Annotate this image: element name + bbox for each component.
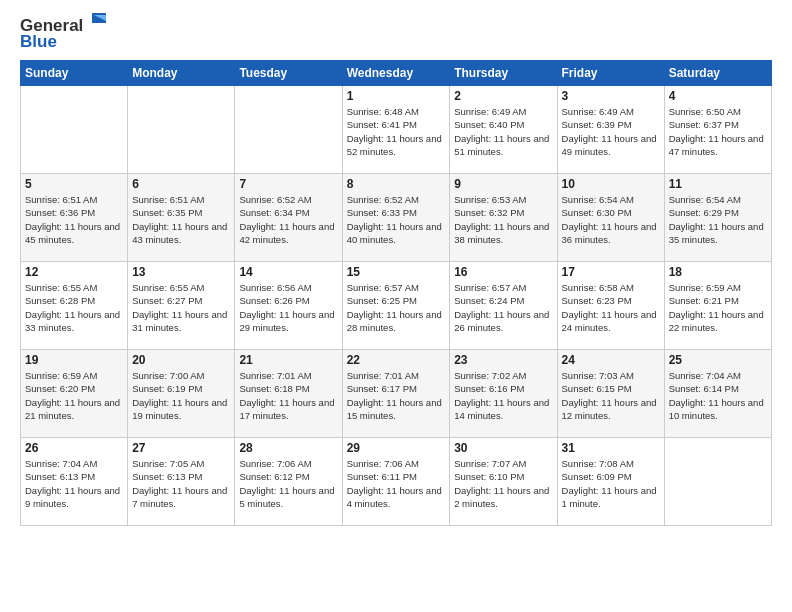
day-number: 2	[454, 89, 552, 103]
calendar-day-cell: 3Sunrise: 6:49 AM Sunset: 6:39 PM Daylig…	[557, 86, 664, 174]
calendar-week-row: 1Sunrise: 6:48 AM Sunset: 6:41 PM Daylig…	[21, 86, 772, 174]
day-info: Sunrise: 7:04 AM Sunset: 6:14 PM Dayligh…	[669, 369, 767, 422]
day-info: Sunrise: 7:01 AM Sunset: 6:17 PM Dayligh…	[347, 369, 446, 422]
day-number: 10	[562, 177, 660, 191]
weekday-header: Saturday	[664, 61, 771, 86]
header: General Blue	[20, 16, 772, 52]
calendar-day-cell: 30Sunrise: 7:07 AM Sunset: 6:10 PM Dayli…	[450, 438, 557, 526]
calendar-day-cell: 20Sunrise: 7:00 AM Sunset: 6:19 PM Dayli…	[128, 350, 235, 438]
day-info: Sunrise: 6:53 AM Sunset: 6:32 PM Dayligh…	[454, 193, 552, 246]
calendar-week-row: 5Sunrise: 6:51 AM Sunset: 6:36 PM Daylig…	[21, 174, 772, 262]
day-info: Sunrise: 6:48 AM Sunset: 6:41 PM Dayligh…	[347, 105, 446, 158]
day-number: 11	[669, 177, 767, 191]
calendar-day-cell	[235, 86, 342, 174]
day-info: Sunrise: 6:56 AM Sunset: 6:26 PM Dayligh…	[239, 281, 337, 334]
day-number: 14	[239, 265, 337, 279]
day-info: Sunrise: 7:01 AM Sunset: 6:18 PM Dayligh…	[239, 369, 337, 422]
calendar-day-cell: 27Sunrise: 7:05 AM Sunset: 6:13 PM Dayli…	[128, 438, 235, 526]
day-info: Sunrise: 7:00 AM Sunset: 6:19 PM Dayligh…	[132, 369, 230, 422]
day-info: Sunrise: 6:54 AM Sunset: 6:30 PM Dayligh…	[562, 193, 660, 246]
day-number: 18	[669, 265, 767, 279]
day-info: Sunrise: 6:50 AM Sunset: 6:37 PM Dayligh…	[669, 105, 767, 158]
logo: General Blue	[20, 16, 106, 52]
day-number: 26	[25, 441, 123, 455]
calendar-day-cell: 7Sunrise: 6:52 AM Sunset: 6:34 PM Daylig…	[235, 174, 342, 262]
day-number: 23	[454, 353, 552, 367]
day-number: 4	[669, 89, 767, 103]
calendar-day-cell: 21Sunrise: 7:01 AM Sunset: 6:18 PM Dayli…	[235, 350, 342, 438]
day-number: 1	[347, 89, 446, 103]
day-number: 30	[454, 441, 552, 455]
calendar-week-row: 19Sunrise: 6:59 AM Sunset: 6:20 PM Dayli…	[21, 350, 772, 438]
day-number: 22	[347, 353, 446, 367]
day-info: Sunrise: 6:51 AM Sunset: 6:36 PM Dayligh…	[25, 193, 123, 246]
day-info: Sunrise: 6:55 AM Sunset: 6:28 PM Dayligh…	[25, 281, 123, 334]
day-info: Sunrise: 7:04 AM Sunset: 6:13 PM Dayligh…	[25, 457, 123, 510]
day-info: Sunrise: 6:55 AM Sunset: 6:27 PM Dayligh…	[132, 281, 230, 334]
weekday-header: Sunday	[21, 61, 128, 86]
calendar-day-cell: 5Sunrise: 6:51 AM Sunset: 6:36 PM Daylig…	[21, 174, 128, 262]
day-number: 13	[132, 265, 230, 279]
calendar-day-cell: 12Sunrise: 6:55 AM Sunset: 6:28 PM Dayli…	[21, 262, 128, 350]
calendar-day-cell: 29Sunrise: 7:06 AM Sunset: 6:11 PM Dayli…	[342, 438, 450, 526]
day-number: 3	[562, 89, 660, 103]
calendar-day-cell: 31Sunrise: 7:08 AM Sunset: 6:09 PM Dayli…	[557, 438, 664, 526]
day-number: 9	[454, 177, 552, 191]
logo-container: General Blue	[20, 16, 106, 52]
calendar-day-cell	[128, 86, 235, 174]
calendar-day-cell: 19Sunrise: 6:59 AM Sunset: 6:20 PM Dayli…	[21, 350, 128, 438]
day-number: 17	[562, 265, 660, 279]
day-info: Sunrise: 6:59 AM Sunset: 6:21 PM Dayligh…	[669, 281, 767, 334]
day-number: 6	[132, 177, 230, 191]
day-info: Sunrise: 6:58 AM Sunset: 6:23 PM Dayligh…	[562, 281, 660, 334]
calendar: SundayMondayTuesdayWednesdayThursdayFrid…	[20, 60, 772, 526]
day-number: 29	[347, 441, 446, 455]
weekday-header: Tuesday	[235, 61, 342, 86]
day-number: 31	[562, 441, 660, 455]
calendar-day-cell: 17Sunrise: 6:58 AM Sunset: 6:23 PM Dayli…	[557, 262, 664, 350]
day-number: 16	[454, 265, 552, 279]
day-number: 27	[132, 441, 230, 455]
day-number: 28	[239, 441, 337, 455]
calendar-header-row: SundayMondayTuesdayWednesdayThursdayFrid…	[21, 61, 772, 86]
calendar-day-cell: 26Sunrise: 7:04 AM Sunset: 6:13 PM Dayli…	[21, 438, 128, 526]
calendar-day-cell: 6Sunrise: 6:51 AM Sunset: 6:35 PM Daylig…	[128, 174, 235, 262]
calendar-day-cell	[664, 438, 771, 526]
calendar-week-row: 26Sunrise: 7:04 AM Sunset: 6:13 PM Dayli…	[21, 438, 772, 526]
calendar-day-cell: 11Sunrise: 6:54 AM Sunset: 6:29 PM Dayli…	[664, 174, 771, 262]
calendar-day-cell: 25Sunrise: 7:04 AM Sunset: 6:14 PM Dayli…	[664, 350, 771, 438]
day-number: 8	[347, 177, 446, 191]
calendar-day-cell: 23Sunrise: 7:02 AM Sunset: 6:16 PM Dayli…	[450, 350, 557, 438]
calendar-week-row: 12Sunrise: 6:55 AM Sunset: 6:28 PM Dayli…	[21, 262, 772, 350]
day-info: Sunrise: 7:06 AM Sunset: 6:12 PM Dayligh…	[239, 457, 337, 510]
day-number: 25	[669, 353, 767, 367]
day-info: Sunrise: 6:49 AM Sunset: 6:39 PM Dayligh…	[562, 105, 660, 158]
calendar-day-cell: 14Sunrise: 6:56 AM Sunset: 6:26 PM Dayli…	[235, 262, 342, 350]
calendar-day-cell: 22Sunrise: 7:01 AM Sunset: 6:17 PM Dayli…	[342, 350, 450, 438]
day-info: Sunrise: 6:51 AM Sunset: 6:35 PM Dayligh…	[132, 193, 230, 246]
calendar-day-cell	[21, 86, 128, 174]
day-info: Sunrise: 6:49 AM Sunset: 6:40 PM Dayligh…	[454, 105, 552, 158]
day-info: Sunrise: 7:02 AM Sunset: 6:16 PM Dayligh…	[454, 369, 552, 422]
day-info: Sunrise: 7:06 AM Sunset: 6:11 PM Dayligh…	[347, 457, 446, 510]
day-info: Sunrise: 7:03 AM Sunset: 6:15 PM Dayligh…	[562, 369, 660, 422]
day-info: Sunrise: 7:07 AM Sunset: 6:10 PM Dayligh…	[454, 457, 552, 510]
calendar-day-cell: 8Sunrise: 6:52 AM Sunset: 6:33 PM Daylig…	[342, 174, 450, 262]
day-number: 5	[25, 177, 123, 191]
weekday-header: Monday	[128, 61, 235, 86]
day-number: 15	[347, 265, 446, 279]
calendar-day-cell: 10Sunrise: 6:54 AM Sunset: 6:30 PM Dayli…	[557, 174, 664, 262]
day-number: 24	[562, 353, 660, 367]
logo-bird-icon	[84, 13, 106, 31]
calendar-day-cell: 2Sunrise: 6:49 AM Sunset: 6:40 PM Daylig…	[450, 86, 557, 174]
day-info: Sunrise: 6:52 AM Sunset: 6:33 PM Dayligh…	[347, 193, 446, 246]
day-info: Sunrise: 6:57 AM Sunset: 6:25 PM Dayligh…	[347, 281, 446, 334]
day-number: 12	[25, 265, 123, 279]
day-info: Sunrise: 6:54 AM Sunset: 6:29 PM Dayligh…	[669, 193, 767, 246]
day-info: Sunrise: 7:05 AM Sunset: 6:13 PM Dayligh…	[132, 457, 230, 510]
calendar-day-cell: 1Sunrise: 6:48 AM Sunset: 6:41 PM Daylig…	[342, 86, 450, 174]
day-number: 21	[239, 353, 337, 367]
weekday-header: Friday	[557, 61, 664, 86]
day-number: 19	[25, 353, 123, 367]
day-number: 7	[239, 177, 337, 191]
